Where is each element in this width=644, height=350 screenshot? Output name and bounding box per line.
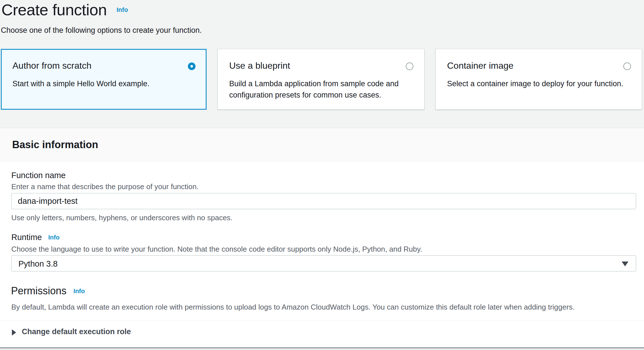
option-card-description: Start with a simple Hello World example.: [12, 78, 194, 89]
caret-right-icon: [12, 329, 16, 336]
option-card-title: Use a blueprint: [229, 61, 290, 71]
option-card-author-from-scratch[interactable]: Author from scratch Start with a simple …: [1, 49, 207, 110]
permissions-info-link[interactable]: Info: [74, 288, 85, 295]
radio-container-image[interactable]: [623, 62, 631, 70]
basic-information-heading: Basic information: [12, 139, 98, 151]
change-default-execution-role-expander[interactable]: Change default execution role: [0, 320, 644, 347]
radio-author-from-scratch[interactable]: [188, 62, 196, 70]
runtime-selected-value: Python 3.8: [18, 259, 58, 269]
option-card-description: Build a Lambda application from sample c…: [229, 78, 413, 101]
runtime-select[interactable]: Python 3.8: [11, 255, 636, 271]
option-card-use-a-blueprint[interactable]: Use a blueprint Build a Lambda applicati…: [218, 49, 424, 110]
option-card-title: Author from scratch: [12, 61, 91, 71]
permissions-heading: Permissions: [11, 285, 66, 297]
option-card-description: Select a container image to deploy for y…: [447, 78, 630, 89]
runtime-label: Runtime: [11, 233, 42, 242]
create-function-page: Create function Info Choose one of the f…: [0, 0, 644, 350]
page-title: Create function: [1, 1, 107, 19]
page-subtitle: Choose one of the following options to c…: [1, 26, 202, 35]
function-name-constraint: Use only letters, numbers, hyphens, or u…: [11, 213, 233, 222]
runtime-description: Choose the language to use to write your…: [11, 245, 422, 254]
function-name-description: Enter a name that describes the purpose …: [11, 182, 199, 191]
option-card-container-image[interactable]: Container image Select a container image…: [435, 49, 642, 110]
runtime-info-link[interactable]: Info: [48, 234, 59, 241]
function-name-label: Function name: [11, 171, 66, 180]
permissions-description: By default, Lambda will create an execut…: [11, 303, 633, 312]
runtime-label-row: Runtime Info: [11, 233, 60, 242]
basic-information-panel: Function name Enter a name that describe…: [0, 161, 644, 350]
title-info-link[interactable]: Info: [117, 6, 128, 14]
footer-strip: [0, 348, 644, 350]
function-name-input[interactable]: [11, 193, 636, 209]
option-card-title: Container image: [447, 61, 514, 71]
basic-information-header: Basic information: [0, 128, 644, 161]
change-default-execution-role-label: Change default execution role: [22, 327, 131, 336]
caret-down-icon: [622, 262, 628, 266]
radio-use-a-blueprint[interactable]: [406, 62, 413, 70]
permissions-heading-row: Permissions Info: [11, 285, 85, 297]
